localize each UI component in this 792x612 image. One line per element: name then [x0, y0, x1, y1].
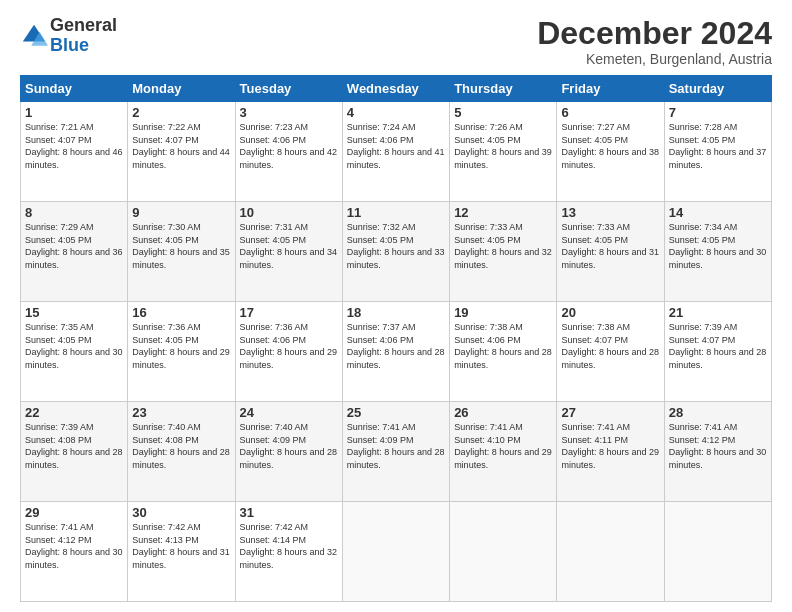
day-cell: 31 Sunrise: 7:42 AM Sunset: 4:14 PM Dayl…: [235, 502, 342, 602]
day-info: Sunrise: 7:40 AM Sunset: 4:08 PM Dayligh…: [132, 421, 230, 471]
day-number: 1: [25, 105, 123, 120]
day-cell: 13 Sunrise: 7:33 AM Sunset: 4:05 PM Dayl…: [557, 202, 664, 302]
day-info: Sunrise: 7:38 AM Sunset: 4:07 PM Dayligh…: [561, 321, 659, 371]
page: General Blue December 2024 Kemeten, Burg…: [0, 0, 792, 612]
day-cell: 23 Sunrise: 7:40 AM Sunset: 4:08 PM Dayl…: [128, 402, 235, 502]
day-cell: [342, 502, 449, 602]
day-info: Sunrise: 7:41 AM Sunset: 4:11 PM Dayligh…: [561, 421, 659, 471]
day-info: Sunrise: 7:33 AM Sunset: 4:05 PM Dayligh…: [454, 221, 552, 271]
day-info: Sunrise: 7:26 AM Sunset: 4:05 PM Dayligh…: [454, 121, 552, 171]
day-number: 8: [25, 205, 123, 220]
day-cell: 11 Sunrise: 7:32 AM Sunset: 4:05 PM Dayl…: [342, 202, 449, 302]
day-number: 9: [132, 205, 230, 220]
calendar: SundayMondayTuesdayWednesdayThursdayFrid…: [20, 75, 772, 602]
day-number: 19: [454, 305, 552, 320]
day-info: Sunrise: 7:21 AM Sunset: 4:07 PM Dayligh…: [25, 121, 123, 171]
day-cell: [450, 502, 557, 602]
day-info: Sunrise: 7:34 AM Sunset: 4:05 PM Dayligh…: [669, 221, 767, 271]
day-info: Sunrise: 7:28 AM Sunset: 4:05 PM Dayligh…: [669, 121, 767, 171]
day-cell: [664, 502, 771, 602]
day-cell: 7 Sunrise: 7:28 AM Sunset: 4:05 PM Dayli…: [664, 102, 771, 202]
header: General Blue December 2024 Kemeten, Burg…: [20, 16, 772, 67]
day-cell: 26 Sunrise: 7:41 AM Sunset: 4:10 PM Dayl…: [450, 402, 557, 502]
day-cell: 22 Sunrise: 7:39 AM Sunset: 4:08 PM Dayl…: [21, 402, 128, 502]
day-info: Sunrise: 7:40 AM Sunset: 4:09 PM Dayligh…: [240, 421, 338, 471]
day-number: 27: [561, 405, 659, 420]
day-number: 7: [669, 105, 767, 120]
day-number: 30: [132, 505, 230, 520]
week-row: 29 Sunrise: 7:41 AM Sunset: 4:12 PM Dayl…: [21, 502, 772, 602]
day-number: 5: [454, 105, 552, 120]
day-info: Sunrise: 7:30 AM Sunset: 4:05 PM Dayligh…: [132, 221, 230, 271]
day-number: 29: [25, 505, 123, 520]
weekday-header: Wednesday: [342, 76, 449, 102]
day-number: 15: [25, 305, 123, 320]
day-info: Sunrise: 7:41 AM Sunset: 4:12 PM Dayligh…: [669, 421, 767, 471]
day-number: 3: [240, 105, 338, 120]
day-cell: 9 Sunrise: 7:30 AM Sunset: 4:05 PM Dayli…: [128, 202, 235, 302]
day-cell: 15 Sunrise: 7:35 AM Sunset: 4:05 PM Dayl…: [21, 302, 128, 402]
day-cell: 3 Sunrise: 7:23 AM Sunset: 4:06 PM Dayli…: [235, 102, 342, 202]
weekday-header: Tuesday: [235, 76, 342, 102]
location: Kemeten, Burgenland, Austria: [537, 51, 772, 67]
day-info: Sunrise: 7:35 AM Sunset: 4:05 PM Dayligh…: [25, 321, 123, 371]
day-info: Sunrise: 7:41 AM Sunset: 4:09 PM Dayligh…: [347, 421, 445, 471]
day-cell: 18 Sunrise: 7:37 AM Sunset: 4:06 PM Dayl…: [342, 302, 449, 402]
day-number: 28: [669, 405, 767, 420]
logo-text: General Blue: [50, 16, 117, 56]
header-row: SundayMondayTuesdayWednesdayThursdayFrid…: [21, 76, 772, 102]
day-info: Sunrise: 7:38 AM Sunset: 4:06 PM Dayligh…: [454, 321, 552, 371]
day-info: Sunrise: 7:42 AM Sunset: 4:14 PM Dayligh…: [240, 521, 338, 571]
day-cell: 6 Sunrise: 7:27 AM Sunset: 4:05 PM Dayli…: [557, 102, 664, 202]
day-number: 31: [240, 505, 338, 520]
day-cell: 10 Sunrise: 7:31 AM Sunset: 4:05 PM Dayl…: [235, 202, 342, 302]
logo-icon: [20, 22, 48, 50]
week-row: 1 Sunrise: 7:21 AM Sunset: 4:07 PM Dayli…: [21, 102, 772, 202]
day-cell: 28 Sunrise: 7:41 AM Sunset: 4:12 PM Dayl…: [664, 402, 771, 502]
day-cell: 8 Sunrise: 7:29 AM Sunset: 4:05 PM Dayli…: [21, 202, 128, 302]
day-info: Sunrise: 7:22 AM Sunset: 4:07 PM Dayligh…: [132, 121, 230, 171]
day-number: 2: [132, 105, 230, 120]
day-number: 13: [561, 205, 659, 220]
day-cell: 27 Sunrise: 7:41 AM Sunset: 4:11 PM Dayl…: [557, 402, 664, 502]
day-number: 18: [347, 305, 445, 320]
day-info: Sunrise: 7:33 AM Sunset: 4:05 PM Dayligh…: [561, 221, 659, 271]
logo: General Blue: [20, 16, 117, 56]
day-number: 26: [454, 405, 552, 420]
day-info: Sunrise: 7:36 AM Sunset: 4:05 PM Dayligh…: [132, 321, 230, 371]
title-block: December 2024 Kemeten, Burgenland, Austr…: [537, 16, 772, 67]
weekday-header: Thursday: [450, 76, 557, 102]
day-info: Sunrise: 7:41 AM Sunset: 4:10 PM Dayligh…: [454, 421, 552, 471]
day-number: 16: [132, 305, 230, 320]
day-cell: 16 Sunrise: 7:36 AM Sunset: 4:05 PM Dayl…: [128, 302, 235, 402]
day-cell: [557, 502, 664, 602]
weekday-header: Friday: [557, 76, 664, 102]
month-title: December 2024: [537, 16, 772, 51]
day-cell: 29 Sunrise: 7:41 AM Sunset: 4:12 PM Dayl…: [21, 502, 128, 602]
day-number: 10: [240, 205, 338, 220]
day-cell: 24 Sunrise: 7:40 AM Sunset: 4:09 PM Dayl…: [235, 402, 342, 502]
day-cell: 14 Sunrise: 7:34 AM Sunset: 4:05 PM Dayl…: [664, 202, 771, 302]
day-cell: 19 Sunrise: 7:38 AM Sunset: 4:06 PM Dayl…: [450, 302, 557, 402]
logo-blue: Blue: [50, 36, 117, 56]
day-cell: 17 Sunrise: 7:36 AM Sunset: 4:06 PM Dayl…: [235, 302, 342, 402]
day-cell: 21 Sunrise: 7:39 AM Sunset: 4:07 PM Dayl…: [664, 302, 771, 402]
day-info: Sunrise: 7:23 AM Sunset: 4:06 PM Dayligh…: [240, 121, 338, 171]
day-cell: 20 Sunrise: 7:38 AM Sunset: 4:07 PM Dayl…: [557, 302, 664, 402]
weekday-header: Saturday: [664, 76, 771, 102]
day-info: Sunrise: 7:39 AM Sunset: 4:08 PM Dayligh…: [25, 421, 123, 471]
day-number: 25: [347, 405, 445, 420]
day-cell: 12 Sunrise: 7:33 AM Sunset: 4:05 PM Dayl…: [450, 202, 557, 302]
day-number: 17: [240, 305, 338, 320]
week-row: 22 Sunrise: 7:39 AM Sunset: 4:08 PM Dayl…: [21, 402, 772, 502]
day-number: 21: [669, 305, 767, 320]
weekday-header: Sunday: [21, 76, 128, 102]
day-number: 20: [561, 305, 659, 320]
week-row: 8 Sunrise: 7:29 AM Sunset: 4:05 PM Dayli…: [21, 202, 772, 302]
day-cell: 25 Sunrise: 7:41 AM Sunset: 4:09 PM Dayl…: [342, 402, 449, 502]
logo-general: General: [50, 16, 117, 36]
day-info: Sunrise: 7:36 AM Sunset: 4:06 PM Dayligh…: [240, 321, 338, 371]
day-number: 23: [132, 405, 230, 420]
day-cell: 5 Sunrise: 7:26 AM Sunset: 4:05 PM Dayli…: [450, 102, 557, 202]
day-info: Sunrise: 7:32 AM Sunset: 4:05 PM Dayligh…: [347, 221, 445, 271]
